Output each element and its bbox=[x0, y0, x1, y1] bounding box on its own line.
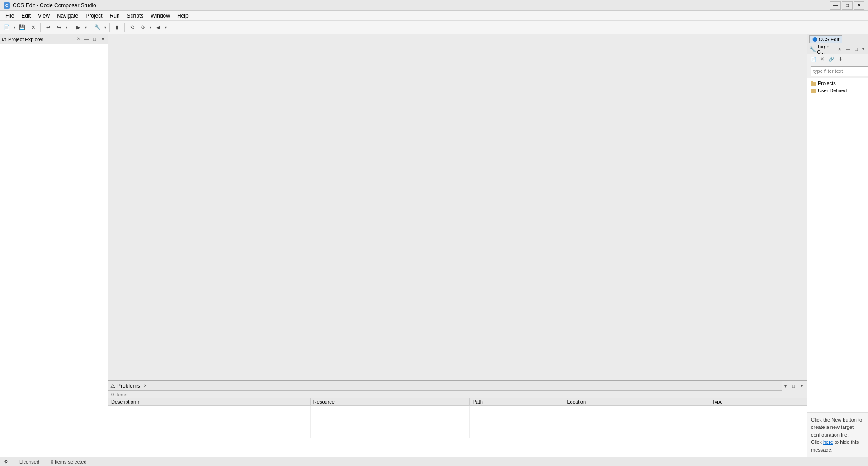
target-config-panel: 🔵 CCS Edit 🔧 Target C... ✕ — □ ▾ 📄 ✕ 🔗 ⬇ bbox=[807, 34, 868, 457]
target-config-icon: 🔧 bbox=[809, 46, 816, 52]
status-sep-2 bbox=[45, 459, 45, 465]
menu-help[interactable]: Help bbox=[174, 12, 192, 20]
selection-label: 0 items selected bbox=[51, 459, 86, 465]
save-button[interactable]: 💾 bbox=[17, 23, 27, 33]
status-gear-icon: ⚙ bbox=[4, 459, 8, 465]
back-dropdown[interactable]: ▾ bbox=[164, 24, 168, 30]
toolbar-sep-1 bbox=[40, 23, 41, 32]
refresh-button[interactable]: ⟲ bbox=[127, 23, 137, 33]
problems-thead: Description ↑ Resource Path Location Typ… bbox=[108, 398, 807, 406]
col-path: Path bbox=[470, 398, 564, 406]
minimize-panel-button[interactable]: — bbox=[83, 36, 90, 43]
close-button[interactable]: ✕ bbox=[854, 1, 864, 10]
maximize-button[interactable]: □ bbox=[842, 1, 853, 10]
menu-bar: File Edit View Navigate Project Run Scri… bbox=[0, 11, 868, 21]
menu-scripts[interactable]: Scripts bbox=[123, 12, 147, 20]
problems-tbody bbox=[108, 406, 807, 438]
title-bar: C CCS Edit - Code Composer Studio — □ ✕ bbox=[0, 0, 868, 11]
menu-file[interactable]: File bbox=[2, 12, 18, 20]
redo-dropdown[interactable]: ▾ bbox=[65, 24, 68, 30]
menu-navigate[interactable]: Navigate bbox=[53, 12, 82, 20]
menu-window[interactable]: Window bbox=[147, 12, 174, 20]
hint-text-1: Click the New button to create a new tar… bbox=[811, 417, 862, 437]
problems-menu[interactable]: ▾ bbox=[798, 382, 805, 390]
menu-run[interactable]: Run bbox=[106, 12, 123, 20]
empty-row-2 bbox=[108, 414, 807, 422]
close-editor-button[interactable]: ✕ bbox=[28, 23, 38, 33]
build-target-button[interactable]: ▶ bbox=[73, 23, 83, 33]
build-target-dropdown[interactable]: ▾ bbox=[84, 24, 88, 30]
target-config-header: 🔧 Target C... ✕ — □ ▾ bbox=[807, 44, 868, 54]
toolbar-sep-4 bbox=[109, 23, 110, 32]
problems-icon: ⚠ bbox=[110, 383, 115, 389]
problems-title: Problems bbox=[117, 383, 140, 389]
target-config-maximize[interactable]: □ bbox=[853, 46, 859, 52]
ccs-edit-icon: 🔵 bbox=[812, 37, 817, 42]
col-type: Type bbox=[709, 398, 807, 406]
debug-button[interactable]: 🔧 bbox=[93, 23, 103, 33]
window-title: CCS Edit - Code Composer Studio bbox=[13, 2, 96, 9]
panel-menu-button[interactable]: ▾ bbox=[99, 36, 106, 43]
project-explorer-label: Project Explorer bbox=[8, 37, 43, 42]
target-config-toolbar: 📄 ✕ 🔗 ⬇ bbox=[807, 54, 868, 64]
project-explorer-controls: ✕ — □ ▾ bbox=[75, 36, 106, 43]
tree-item-projects[interactable]: Projects bbox=[809, 80, 866, 87]
problems-header-row: Description ↑ Resource Path Location Typ… bbox=[108, 398, 807, 406]
svg-rect-3 bbox=[811, 89, 813, 90]
new-file-button[interactable]: 📄 bbox=[2, 23, 12, 33]
perspective-tabs: 🔵 CCS Edit bbox=[807, 34, 868, 44]
maximize-panel-button[interactable]: □ bbox=[91, 36, 98, 43]
bottom-right-controls: ▾ □ ▾ bbox=[782, 382, 805, 390]
target-config-minimize[interactable]: — bbox=[844, 46, 852, 52]
problems-header: ⚠ Problems ✕ bbox=[108, 381, 782, 391]
toolbar: 📄 ▾ 💾 ✕ ↩ ↪ ▾ ▶ ▾ 🔧 ▾ ▮ ⟲ ⟳ ▾ ◀ ▾ bbox=[0, 21, 868, 34]
new-config-button[interactable]: 📄 bbox=[809, 55, 817, 63]
problems-minimize[interactable]: ▾ bbox=[782, 382, 789, 390]
col-description: Description ↑ bbox=[108, 398, 310, 406]
editor-area bbox=[108, 34, 807, 380]
filter-input[interactable] bbox=[811, 66, 868, 76]
status-icon-item: ⚙ bbox=[4, 459, 8, 465]
pause-button[interactable]: ▮ bbox=[112, 23, 122, 33]
problems-data-table: Description ↑ Resource Path Location Typ… bbox=[108, 398, 807, 438]
back-button[interactable]: ◀ bbox=[153, 23, 163, 33]
center-area: ⚠ Problems ✕ ▾ □ ▾ 0 items Description ↑… bbox=[108, 34, 807, 457]
run-dropdown[interactable]: ▾ bbox=[149, 24, 152, 30]
menu-edit[interactable]: Edit bbox=[18, 12, 34, 20]
app-icon: C bbox=[4, 2, 10, 9]
toolbar-sep-5 bbox=[124, 23, 125, 32]
problems-close[interactable]: ✕ bbox=[142, 383, 148, 389]
tree-item-user-defined[interactable]: User Defined bbox=[809, 87, 866, 94]
problems-count: 0 items bbox=[108, 391, 807, 398]
target-config-menu[interactable]: ▾ bbox=[860, 46, 866, 52]
redo-button[interactable]: ↪ bbox=[54, 23, 64, 33]
problems-maximize[interactable]: □ bbox=[790, 382, 797, 390]
target-config-title: Target C... bbox=[817, 44, 835, 55]
menu-view[interactable]: View bbox=[34, 12, 53, 20]
new-file-dropdown[interactable]: ▾ bbox=[13, 24, 16, 30]
import-config-button[interactable]: ⬇ bbox=[836, 55, 844, 63]
hint-link[interactable]: here bbox=[823, 439, 833, 445]
link-config-button[interactable]: 🔗 bbox=[827, 55, 835, 63]
target-config-tree: Projects User Defined bbox=[807, 78, 868, 412]
project-explorer-header: 🗂 Project Explorer ✕ — □ ▾ bbox=[0, 34, 108, 44]
run-button[interactable]: ⟳ bbox=[138, 23, 148, 33]
empty-row-1 bbox=[108, 406, 807, 414]
undo-button[interactable]: ↩ bbox=[43, 23, 53, 33]
problems-table: Description ↑ Resource Path Location Typ… bbox=[108, 398, 807, 457]
debug-dropdown[interactable]: ▾ bbox=[104, 24, 107, 30]
project-explorer-body bbox=[0, 44, 108, 457]
project-explorer-close[interactable]: ✕ bbox=[75, 36, 82, 43]
empty-row-3 bbox=[108, 422, 807, 430]
status-selection: 0 items selected bbox=[51, 459, 86, 465]
project-explorer-icon: 🗂 bbox=[2, 37, 7, 42]
title-bar-left: C CCS Edit - Code Composer Studio bbox=[4, 2, 96, 9]
bottom-panel: ⚠ Problems ✕ ▾ □ ▾ 0 items Description ↑… bbox=[108, 380, 807, 457]
minimize-button[interactable]: — bbox=[830, 1, 841, 10]
ccs-edit-tab[interactable]: 🔵 CCS Edit bbox=[809, 35, 842, 43]
project-explorer-panel: 🗂 Project Explorer ✕ — □ ▾ bbox=[0, 34, 108, 457]
toolbar-sep-3 bbox=[90, 23, 90, 32]
delete-config-button[interactable]: ✕ bbox=[818, 55, 826, 63]
target-config-close[interactable]: ✕ bbox=[836, 46, 843, 52]
menu-project[interactable]: Project bbox=[82, 12, 106, 20]
